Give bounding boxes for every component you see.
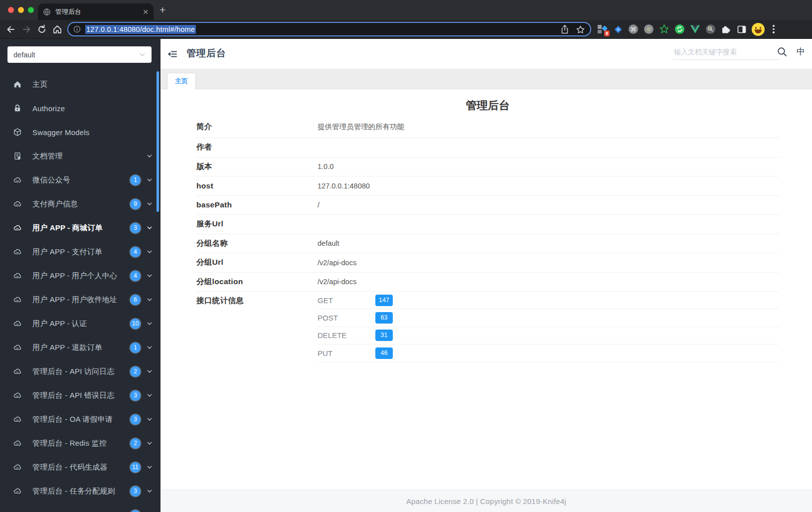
group-select[interactable]: default: [7, 46, 152, 63]
sidebar-item-管理后台---Redis-监控[interactable]: 管理后台 - Redis 监控2: [0, 431, 161, 455]
sidebar-item-管理后台---API-访问日志[interactable]: 管理后台 - API 访问日志2: [0, 359, 161, 383]
tab-close-icon[interactable]: ✕: [143, 8, 149, 15]
minimize-window-button[interactable]: [18, 7, 24, 13]
browser-tab-title: 管理后台: [55, 7, 143, 16]
doc-gear-icon: [13, 152, 22, 161]
language-toggle-button[interactable]: 中: [797, 46, 805, 57]
menu-fold-icon[interactable]: [167, 49, 177, 59]
count-badge: 3: [130, 414, 141, 425]
count-badge: 3: [130, 223, 141, 233]
chevron-down-icon: [147, 392, 153, 398]
sidebar-item-用户-APP---用户收件地址[interactable]: 用户 APP - 用户收件地址6: [0, 288, 161, 312]
zoom-window-button[interactable]: [28, 7, 34, 13]
sidebar-item-管理后台---OA-请假申请[interactable]: 管理后台 - OA 请假申请3: [0, 407, 161, 431]
new-tab-button[interactable]: +: [160, 4, 165, 16]
sidebar-item-label: 用户 APP - 退款订单: [32, 343, 130, 352]
sidebar-item-用户-APP---商城订单[interactable]: 用户 APP - 商城订单3: [0, 216, 161, 240]
globe-favicon-icon: [43, 8, 51, 16]
sidebar-item-label: Authorize: [32, 104, 153, 113]
reload-button[interactable]: [37, 24, 47, 34]
sidebar-item-管理后台---代码生成器[interactable]: 管理后台 - 代码生成器11: [0, 455, 161, 479]
stat-row-POST: POST63: [318, 309, 779, 327]
chevron-down-icon: [147, 225, 153, 231]
grid-diamond-icon[interactable]: 8: [597, 24, 608, 34]
sidebar-item-用户-APP---认证[interactable]: 用户 APP - 认证10: [0, 312, 161, 336]
count-badge: 2: [130, 366, 141, 377]
count-badge: [130, 510, 141, 512]
side-panel-icon[interactable]: [736, 24, 747, 34]
info-value: 1.0.0: [318, 163, 333, 171]
sidebar-item-用户-APP---支付订单[interactable]: 用户 APP - 支付订单4: [0, 240, 161, 264]
method-count-badge: 147: [375, 295, 393, 306]
inspector-circle-icon[interactable]: [705, 24, 716, 34]
vue-logo-icon[interactable]: [690, 24, 700, 34]
profile-avatar[interactable]: [752, 23, 765, 36]
cloud-api-icon: [13, 439, 22, 448]
sidebar-item-支付商户信息[interactable]: 支付商户信息9: [0, 192, 161, 216]
sidebar-item-主页[interactable]: 主页: [0, 72, 161, 96]
sidebar-item-partial[interactable]: [0, 503, 161, 512]
info-value: 提供管理员管理的所有功能: [318, 122, 404, 132]
browser-tab[interactable]: 管理后台 ✕: [38, 3, 154, 20]
sidebar-item-label: 管理后台 - API 错误日志: [32, 391, 130, 400]
command-circle-icon[interactable]: ⌘: [628, 24, 639, 34]
cloud-api-icon: [13, 343, 22, 352]
tab-home[interactable]: 主页: [167, 73, 196, 89]
green-star-icon[interactable]: [659, 24, 669, 34]
sidebar-item-label: 用户 APP - 支付订单: [32, 247, 130, 257]
count-badge: 2: [130, 438, 141, 449]
search-input[interactable]: [673, 46, 780, 60]
home-button[interactable]: [52, 24, 62, 34]
chevron-down-icon: [147, 297, 153, 303]
sidebar-item-用户-APP---用户个人中心[interactable]: 用户 APP - 用户个人中心4: [0, 264, 161, 288]
page-title: 管理后台: [186, 47, 226, 60]
chevron-down-icon: [147, 440, 153, 446]
sidebar-item-label: 微信公众号: [32, 175, 130, 185]
info-table: 简介提供管理员管理的所有功能作者版本1.0.0host127.0.0.1:480…: [196, 116, 779, 362]
stat-row-GET: GET147: [318, 292, 779, 309]
sidebar-item-管理后台---任务分配规则[interactable]: 管理后台 - 任务分配规则3: [0, 479, 161, 503]
svg-text:⌘: ⌘: [631, 26, 637, 33]
url-bar[interactable]: 127.0.0.1:48080/doc.html#/home: [67, 22, 591, 36]
info-row: 分组名称default: [196, 234, 779, 254]
forward-button[interactable]: [21, 24, 31, 34]
extension-bar: 8⌘: [597, 20, 812, 38]
sidebar-item-label: 管理后台 - 任务分配规则: [32, 487, 130, 496]
cloud-api-icon: [13, 175, 22, 184]
info-label: 分组名称: [196, 238, 318, 249]
blue-diamond-icon[interactable]: [613, 24, 623, 34]
api-stats: GET147POST63DELETE31PUT46: [318, 292, 779, 362]
close-window-button[interactable]: [8, 7, 14, 13]
sidebar-item-用户-APP---退款订单[interactable]: 用户 APP - 退款订单1: [0, 336, 161, 359]
search-icon[interactable]: [777, 46, 788, 57]
sidebar-item-管理后台---API-错误日志[interactable]: 管理后台 - API 错误日志3: [0, 383, 161, 407]
browser-menu-icon[interactable]: [770, 25, 778, 33]
doc-title: 管理后台: [196, 98, 779, 113]
sync-circle-icon[interactable]: [674, 24, 685, 34]
chevron-down-icon: [147, 249, 153, 255]
sidebar-scrollbar-thumb[interactable]: [157, 71, 159, 212]
sidebar-item-微信公众号[interactable]: 微信公众号1: [0, 168, 161, 192]
bookmark-star-icon[interactable]: [576, 25, 585, 34]
info-value: /v2/api-docs: [318, 278, 356, 286]
info-row: 服务Url: [196, 215, 779, 234]
back-button[interactable]: [6, 24, 16, 34]
sidebar-item-Swagger-Models[interactable]: Swagger Models: [0, 120, 161, 144]
browser-toolbar: 127.0.0.1:48080/doc.html#/home 8⌘: [0, 20, 812, 39]
info-label: 分组location: [196, 277, 318, 287]
sidebar-item-文档管理[interactable]: 文档管理: [0, 144, 161, 168]
chevron-down-icon: [147, 344, 153, 350]
sidebar-item-label: 用户 APP - 用户个人中心: [32, 271, 130, 281]
sidebar-item-Authorize[interactable]: Authorize: [0, 96, 161, 120]
info-row: 分组Url/v2/api-docs: [196, 253, 779, 273]
cloud-api-icon: [13, 199, 22, 208]
record-circle-icon[interactable]: [644, 24, 654, 34]
cloud-api-icon: [13, 247, 22, 256]
info-value: /: [318, 201, 320, 209]
stat-row-PUT: PUT46: [318, 344, 779, 362]
chevron-down-icon: [147, 416, 153, 422]
puzzle-icon[interactable]: [721, 24, 731, 34]
site-info-icon[interactable]: [73, 25, 81, 33]
url-text[interactable]: 127.0.0.1:48080/doc.html#/home: [85, 25, 196, 33]
share-icon[interactable]: [560, 24, 569, 34]
